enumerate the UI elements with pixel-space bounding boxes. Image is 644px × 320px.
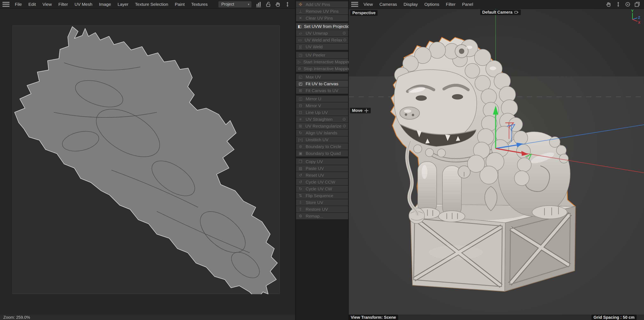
projection-label-chip[interactable]: Perspective [350, 10, 378, 16]
uv-menu-item-reset-uv: ↺Reset UV [296, 172, 348, 178]
uv-menu-item-label: Remap... [306, 214, 348, 219]
uv-menu-item-label: Remove UV Pins [306, 9, 348, 14]
uv-menu-item-fit-uv-to-canvas[interactable]: ◰Fit UV to Canvas [296, 81, 348, 87]
chevron-down-icon: ▾ [248, 3, 249, 6]
hand-icon[interactable] [275, 1, 281, 8]
uv-menu-group-separator [296, 50, 348, 52]
fit-canvas-uv-icon: ⊞ [298, 88, 303, 93]
uv-menu-item-label: Store UV [306, 200, 348, 205]
uv-menu-item-label: Fit Canvas to UV [306, 88, 348, 93]
menu-filter[interactable]: Filter [443, 0, 459, 9]
orbit-icon[interactable] [625, 1, 631, 8]
menu-uv-mesh[interactable]: UV Mesh [71, 0, 96, 9]
menu-texture-selection[interactable]: Texture Selection [132, 0, 172, 9]
uv-menu-item-label: Unstitch UV [306, 137, 348, 142]
straighten-icon: ≡ [298, 117, 303, 122]
statue-horn-curl [455, 45, 468, 58]
pin-add-icon: ✠ [298, 2, 303, 7]
active-tool-label: Move [352, 108, 362, 113]
uv-menu-item-cycle-uv-cw: ↻Cycle UV CW [296, 186, 348, 192]
uv-menu-item-remap: ⚙Remap... [296, 213, 348, 219]
menu-hamburger-icon[interactable] [2, 2, 10, 7]
bodypaint-uv-workspace: FileEditViewFilterUV MeshImageLayerTextu… [0, 0, 644, 320]
uv-menu-item-copy-uv: ❐Copy UV [296, 158, 348, 165]
uv-menu-item-label: Fit UV to Canvas [306, 81, 348, 86]
gear-icon[interactable]: ⚙ [342, 124, 347, 129]
menu-image[interactable]: Image [96, 0, 114, 9]
camera-label-chip[interactable]: Default Camera [480, 10, 521, 15]
unwrap-icon: ▱ [298, 31, 303, 36]
dolly-icon[interactable] [615, 1, 621, 8]
project-dropdown-label: Project [221, 2, 245, 7]
uv-menu-item-cycle-uv-ccw: ↺Cycle UV CCW [296, 179, 348, 185]
perspective-viewport[interactable]: Y Z X Perspective Default Camera Move [349, 9, 644, 315]
uv-menu-item-clear-uv-pins: ✕Clear UV Pins [296, 15, 348, 21]
uv-island[interactable] [15, 27, 278, 294]
uv-menu-item-label: Clear UV Pins [306, 16, 348, 21]
menu-edit[interactable]: Edit [25, 0, 39, 9]
menu-filter[interactable]: Filter [55, 0, 71, 9]
move-tool-icon [364, 108, 369, 113]
menu-options[interactable]: Options [421, 0, 442, 9]
uv-menu-item-label: Reset UV [306, 173, 348, 178]
menu-cameras[interactable]: Cameras [376, 0, 400, 9]
gear-icon[interactable]: ⚙ [341, 117, 347, 122]
uv-menu-item-start-interactive-mapping: ▷Start Interactive Mapping [296, 59, 348, 65]
clear-pins-icon: ✕ [298, 16, 303, 21]
uv-menu-item-label: Cycle UV CW [306, 187, 348, 191]
uv-menu-item-label: Copy UV [306, 159, 348, 164]
gear-icon[interactable]: ⚙ [342, 38, 347, 43]
remap-icon: ⚙ [298, 214, 303, 218]
menu-textures[interactable]: Textures [188, 0, 211, 9]
boundary-quad-icon: ▣ [298, 151, 303, 156]
uv-texture-canvas[interactable] [12, 25, 280, 294]
uv-menu-item-mirror-v: ⊟Mirror V [296, 102, 348, 109]
menu-layer[interactable]: Layer [114, 0, 132, 9]
uv-menu-item-unstitch-uv: [≈]Unstitch UV [296, 136, 348, 143]
menu-view[interactable]: View [39, 0, 55, 9]
hand-icon[interactable] [606, 1, 612, 8]
zoom-level-label: Zoom: 259.0% [3, 315, 30, 320]
uv-menu-item-uv-weld: [{UV Weld [296, 44, 348, 50]
updown-arrow-icon[interactable] [284, 1, 290, 8]
gear-icon[interactable]: ⚙ [341, 31, 347, 36]
menu-view[interactable]: View [360, 0, 376, 9]
menu-panel[interactable]: Panel [459, 0, 476, 9]
cycle-ccw-icon: ↺ [298, 180, 303, 184]
uv-menu-item-paste-uv: ▤Paste UV [296, 165, 348, 172]
texture-uv-panel [0, 9, 295, 315]
uv-island-wireframe [12, 26, 280, 294]
menu-paint[interactable]: Paint [172, 0, 188, 9]
uv-command-menu: ✠Add UV Pins⊥Remove UV Pins✕Clear UV Pin… [295, 0, 349, 320]
axis-label-x: X [638, 21, 640, 25]
menu-file[interactable]: File [12, 0, 25, 9]
stop-icon: ⊘ [298, 66, 301, 71]
weld-relax-icon: ▭ [298, 38, 302, 42]
uv-menu-group-separator [296, 94, 348, 96]
uv-menu-item-uv-weld-and-relax: ▭UV Weld and Relax⚙ [296, 37, 348, 43]
uv-menu-item-label: Flip Sequence [306, 193, 348, 198]
active-tool-chip[interactable]: Move [350, 108, 371, 113]
project-dropdown[interactable]: Project ▾ [218, 1, 252, 8]
camera-swap-icon[interactable] [514, 10, 519, 15]
maximize-icon[interactable] [634, 1, 640, 8]
mirror-v-icon: ⊟ [298, 103, 303, 108]
uv-menu-item-set-uvw-from-projection[interactable]: ◧Set UVW from Projection⚙ [296, 23, 348, 30]
histogram-icon[interactable] [256, 1, 262, 8]
uv-menu-group-separator [296, 22, 348, 23]
viewport-menubar: ViewCamerasDisplayOptionsFilterPanel [349, 0, 644, 9]
menu-display[interactable]: Display [400, 0, 421, 9]
projection-icon: ◧ [298, 24, 302, 29]
uv-menu-item-stop-interactive-mapping: ⊘Stop Interactive Mapping [296, 65, 348, 72]
rectangularize-icon: ⊞ [298, 124, 303, 128]
peeler-icon: ◳ [298, 53, 303, 57]
camera-label: Default Camera [482, 10, 512, 15]
lock-open-icon[interactable] [266, 1, 272, 8]
uv-menu-item-uv-straighten: ≡UV Straighten⚙ [296, 116, 348, 122]
align-islands-icon: ↻ [298, 130, 303, 135]
uv-menu-item-label: Start Interactive Mapping [303, 59, 351, 64]
menu-hamburger-icon[interactable] [351, 2, 358, 7]
uv-menu-item-label: UV Straighten [306, 117, 341, 122]
uv-menu-item-boundary-to-quad: ▣Boundary to Quad [296, 150, 348, 156]
uv-menu-item-align-uv-islands: ↻Align UV Islands [296, 130, 348, 136]
